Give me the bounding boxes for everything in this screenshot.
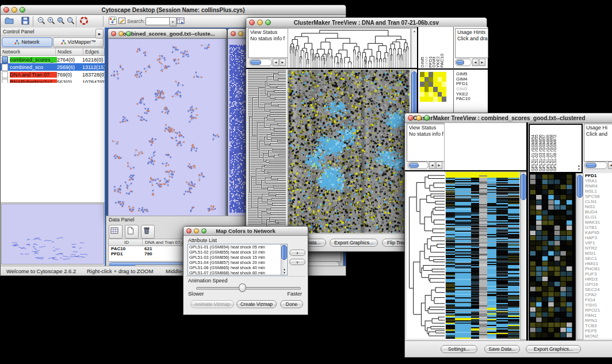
attribute-item[interactable]: GPL51-07 (GSM868) heat shock 60 min	[188, 270, 287, 275]
minimize-icon[interactable]	[257, 20, 263, 25]
gene-label[interactable]: CPA2	[584, 292, 612, 297]
attribute-item[interactable]: GPL51-02 (GSM855) heat shock 10 min	[188, 250, 287, 255]
scroll-thumb[interactable]	[250, 60, 261, 65]
gene-label[interactable]: PAN1	[584, 313, 612, 318]
scroll-left-icon[interactable]: ◀	[608, 162, 612, 169]
save-button[interactable]	[20, 16, 30, 26]
delete-attribute-trash-icon[interactable]	[141, 225, 155, 239]
col-network[interactable]: Network	[1, 48, 56, 55]
matrix-row-label[interactable]: PAC10	[456, 97, 471, 102]
network-row[interactable]: DNA and Tran 07 769(0) 183728(0)	[1, 71, 105, 78]
close-icon[interactable]	[408, 115, 414, 121]
scroll-thumb[interactable]	[456, 60, 464, 65]
gene-label[interactable]: SPC98	[584, 194, 612, 199]
close-icon[interactable]	[186, 228, 192, 233]
close-icon[interactable]	[249, 20, 255, 25]
mini-scroll-arrows[interactable]: ▲ ▼	[577, 164, 580, 171]
zoom-in-icon[interactable]	[46, 16, 56, 26]
zoom-window-icon[interactable]	[20, 7, 25, 13]
minimize-icon[interactable]	[194, 228, 199, 233]
gene-label[interactable]: CLN1	[584, 199, 612, 204]
gene-label[interactable]: MAK31	[584, 220, 612, 225]
gene-label[interactable]: RNR4	[584, 183, 612, 189]
gene-label[interactable]: ELG1	[584, 214, 612, 220]
network-row[interactable]: combined_sco 2569(6) 13112(15)	[1, 63, 105, 71]
gene-label[interactable]: PFD1	[584, 173, 612, 178]
help-lifesaver-icon[interactable]	[79, 16, 89, 26]
scroll-left-icon[interactable]: ◀	[472, 59, 479, 66]
scroll-thumb[interactable]	[586, 163, 596, 168]
main-titlebar[interactable]: Cytoscape Desktop (Session Name: collins…	[1, 5, 346, 15]
h-scrollbar[interactable]: ◀	[584, 162, 612, 168]
treeview-button[interactable]: Save Data...	[484, 345, 520, 353]
row-dendrogram[interactable]	[407, 172, 445, 339]
attribute-table-icon[interactable]	[109, 225, 123, 239]
gene-label[interactable]: HAP3	[584, 235, 612, 240]
column-dendrogram[interactable]	[288, 28, 411, 68]
mini-scroll-arrows[interactable]: ▲ ▼	[283, 267, 286, 274]
gene-label[interactable]: YRA1	[584, 178, 612, 183]
scroll-track[interactable]	[584, 162, 607, 169]
scroll-thumb[interactable]	[521, 174, 526, 200]
open-file-button[interactable]	[4, 16, 14, 26]
gene-label[interactable]: NIS1	[584, 204, 612, 209]
row-dendrogram[interactable]	[248, 70, 286, 233]
zoom-window-icon[interactable]	[201, 228, 206, 233]
network-view-titlebar[interactable]: combined_scores_good.txt--cluste...	[108, 29, 227, 39]
scroll-down-icon[interactable]: ▼	[283, 271, 286, 274]
network-view-canvas[interactable]	[109, 39, 225, 216]
control-panel-tab[interactable]: VizMapper™	[53, 37, 104, 47]
zoom-out-icon[interactable]	[36, 16, 47, 26]
gene-label[interactable]: YSH1	[584, 302, 612, 308]
zoom-selected-icon[interactable]	[66, 16, 76, 26]
attribute-item[interactable]: GPL51-06 (GSM865) heat shock 40 min	[188, 265, 287, 270]
gene-label[interactable]: PUF3	[584, 271, 612, 277]
minimize-icon[interactable]	[118, 31, 124, 36]
treeview2-titlebar[interactable]: ClusterMaker TreeView : combined_scores_…	[405, 113, 612, 123]
tab-overflow-button[interactable]: ▶	[95, 29, 104, 39]
attribute-item[interactable]: GPL51-04 (GSM857) heat shock 20 min	[188, 260, 287, 265]
gene-label[interactable]: MSI1	[584, 251, 612, 256]
move-up-button[interactable]: ∧	[289, 250, 305, 256]
scroll-left-icon[interactable]: ◀	[273, 59, 279, 66]
scroll-down-icon[interactable]: ▼	[577, 167, 580, 171]
h-scrollbar[interactable]: ◀ ▶	[249, 59, 286, 66]
move-down-button[interactable]: ∨	[289, 259, 305, 265]
minimize-icon[interactable]	[238, 31, 243, 36]
correlation-matrix[interactable]	[420, 72, 446, 102]
gene-label[interactable]: HMG1	[584, 261, 612, 266]
gene-label[interactable]: MON2	[584, 334, 612, 339]
v-scrollbar[interactable]	[576, 173, 583, 340]
gene-label[interactable]: TCB3	[584, 323, 612, 328]
scroll-right-icon[interactable]: ▶	[436, 162, 442, 169]
h-scrollbar[interactable]: ◀ ▶	[408, 162, 442, 168]
speed-slider-thumb[interactable]	[239, 283, 246, 292]
gene-label[interactable]: NTR2	[584, 246, 612, 251]
treeview-button[interactable]: Export Graphics...	[526, 345, 581, 353]
gene-label[interactable]: PEP5	[584, 328, 612, 334]
dialog-button[interactable]: Animate Vizmap	[190, 300, 234, 308]
speed-slider-track[interactable]	[196, 287, 301, 290]
attribute-item[interactable]: GPL51-01 (GSM854) heat shock 05 min	[188, 244, 287, 250]
dialog-titlebar[interactable]: Map Colors to Network	[183, 227, 308, 236]
network-row[interactable]: combined_scores_ 2764(0) 16218(0)	[1, 56, 105, 63]
treeview-button[interactable]: Settings...	[441, 345, 477, 353]
treeview-button[interactable]: Export Graphics...	[330, 239, 378, 247]
gene-label[interactable]: GTB1	[584, 225, 612, 230]
close-icon[interactable]	[111, 31, 116, 36]
new-attribute-icon[interactable]	[125, 225, 139, 239]
birdseye-view[interactable]	[1, 204, 104, 265]
gene-label[interactable]: SEC1	[584, 256, 612, 261]
gene-label[interactable]: GPI16	[584, 282, 612, 287]
zoom-heatmap-canvas[interactable]	[530, 174, 572, 338]
heatmap-canvas[interactable]	[288, 70, 410, 233]
scroll-left-icon[interactable]: ◀	[429, 162, 435, 169]
gene-label[interactable]: SEC24	[584, 287, 612, 292]
treeview1-titlebar[interactable]: ClusterMaker TreeView : DNA and Tran 07-…	[246, 18, 487, 28]
zoom-fit-icon[interactable]	[56, 16, 66, 26]
heatmap-canvas[interactable]	[446, 172, 519, 339]
scroll-thumb[interactable]	[281, 245, 287, 260]
annotation-icon[interactable]	[117, 16, 127, 26]
import-table-icon[interactable]	[175, 16, 186, 26]
h-scrollbar[interactable]: ◀ ▶	[455, 59, 485, 66]
